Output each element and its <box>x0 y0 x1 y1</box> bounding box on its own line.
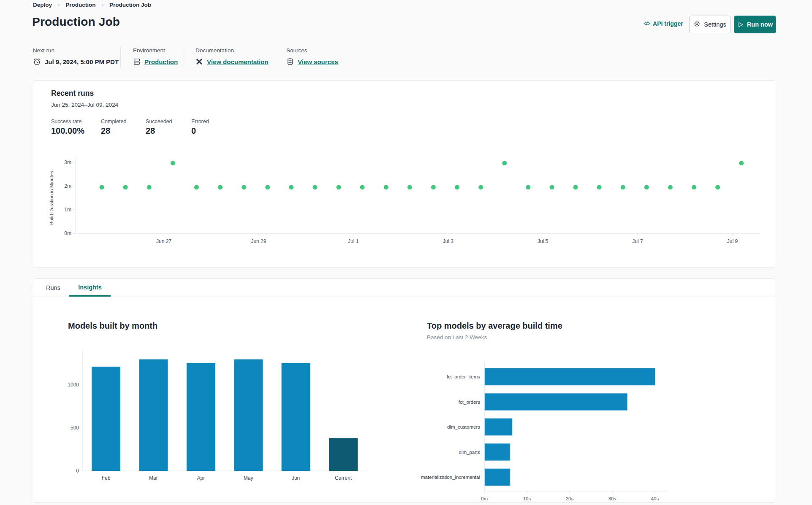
run-point[interactable] <box>360 185 365 189</box>
run-point[interactable] <box>621 185 625 189</box>
documentation-label: Documentation <box>196 47 269 54</box>
environment-section: Environment Production <box>133 47 178 65</box>
run-point[interactable] <box>407 185 412 189</box>
run-point[interactable] <box>692 185 696 189</box>
run-point[interactable] <box>147 185 152 189</box>
x-tick-label: 10s <box>523 496 531 501</box>
settings-button[interactable]: Settings <box>689 16 731 33</box>
bar-jun[interactable] <box>282 363 310 471</box>
bar-label: dim_customers <box>447 424 480 429</box>
bar-label: materialization_incremental <box>421 475 480 480</box>
run-point[interactable] <box>242 185 246 189</box>
run-point[interactable] <box>668 185 673 189</box>
environment-label: Environment <box>133 47 178 54</box>
view-documentation-link[interactable]: View documentation <box>207 58 269 65</box>
y-tick-label: 1000 <box>68 382 79 388</box>
run-point[interactable] <box>597 185 602 189</box>
bar-fct_order_items[interactable] <box>485 368 655 386</box>
recent-runs-card: Recent runs Jun 25, 2024–Jul 09, 2024 Su… <box>33 80 775 268</box>
run-point[interactable] <box>431 185 436 189</box>
run-point[interactable] <box>218 185 223 189</box>
stat-label: Completed <box>101 119 126 124</box>
bar-current[interactable] <box>329 438 358 471</box>
sources-section: Sources View sources <box>286 47 338 65</box>
run-point[interactable] <box>549 185 554 189</box>
stat-completed: Completed 28 <box>101 119 126 136</box>
bar-fct_orders[interactable] <box>485 393 627 410</box>
view-sources-link[interactable]: View sources <box>298 58 338 65</box>
y-tick-label: 1m <box>64 207 71 213</box>
run-point[interactable] <box>455 185 459 189</box>
models-by-month-chart: 05001000FebMarAprMayJunCurrent <box>33 346 405 494</box>
chevron-right-icon: › <box>102 2 103 8</box>
divider <box>278 47 278 68</box>
run-point[interactable] <box>502 161 507 165</box>
run-point[interactable] <box>265 185 270 189</box>
divider <box>120 47 121 68</box>
recent-runs-title: Recent runs <box>51 89 94 98</box>
top-models-title: Top models by average build time <box>427 321 562 331</box>
api-trigger-link[interactable]: </> API trigger <box>644 20 683 27</box>
x-category-label: Current <box>335 475 352 481</box>
bar-may[interactable] <box>234 359 263 471</box>
play-icon <box>737 22 744 28</box>
stat-errored: Errored 0 <box>191 119 209 136</box>
run-point[interactable] <box>123 185 128 189</box>
run-point[interactable] <box>100 185 104 189</box>
run-point[interactable] <box>573 185 578 189</box>
database-icon <box>286 58 294 65</box>
run-point[interactable] <box>384 185 388 189</box>
run-point[interactable] <box>171 161 175 165</box>
insights-card: Runs Insights Models built by month 0500… <box>33 278 775 503</box>
tab-runs[interactable]: Runs <box>42 279 65 297</box>
code-icon: </> <box>644 21 650 27</box>
sources-label: Sources <box>286 47 338 54</box>
run-point[interactable] <box>289 185 293 189</box>
recent-runs-date-range: Jun 25, 2024–Jul 09, 2024 <box>51 102 118 108</box>
x-tick-label: 30s <box>608 496 616 501</box>
run-point[interactable] <box>337 185 341 189</box>
top-models-subtitle: Based on Last 2 Weeks <box>427 334 487 340</box>
run-now-button[interactable]: Run now <box>734 16 776 33</box>
run-point[interactable] <box>312 185 317 189</box>
divider <box>185 47 185 68</box>
alarm-clock-icon <box>33 58 41 66</box>
breadcrumb-deploy[interactable]: Deploy <box>33 2 52 8</box>
breadcrumb: Deploy › Production › Production Job <box>33 2 151 8</box>
x-category-label: Mar <box>149 475 158 481</box>
bar-label: fct_orders <box>459 400 480 405</box>
api-trigger-label: API trigger <box>653 20 683 27</box>
run-point[interactable] <box>715 185 720 189</box>
next-run-section: Next run Jul 9, 2024, 5:00 PM PDT <box>33 47 119 66</box>
x-tick-label: Jul 3 <box>443 238 454 244</box>
bar-mar[interactable] <box>139 359 168 471</box>
stat-value: 0 <box>191 126 209 136</box>
stat-label: Succeeded <box>146 119 172 124</box>
environment-link[interactable]: Production <box>144 58 178 65</box>
bar-materialization_incremental[interactable] <box>485 469 511 486</box>
x-tick-label: Jun 27 <box>156 238 171 244</box>
run-point[interactable] <box>739 161 744 165</box>
bar-feb[interactable] <box>92 367 120 471</box>
stat-value: 28 <box>101 126 126 136</box>
x-tick-label: 0m <box>481 496 488 501</box>
stat-succeeded: Succeeded 28 <box>146 119 172 136</box>
run-point[interactable] <box>194 185 199 189</box>
documentation-section: Documentation View documentation <box>196 47 269 65</box>
stat-label: Success rate <box>51 119 84 124</box>
bar-apr[interactable] <box>187 363 215 471</box>
stat-label: Errored <box>191 119 209 124</box>
stat-success-rate: Success rate 100.00% <box>51 119 84 136</box>
run-point[interactable] <box>526 185 530 189</box>
environment-server-icon <box>133 58 141 65</box>
bar-label: fct_order_items <box>447 374 481 379</box>
gear-icon <box>693 20 701 29</box>
bar-dim_customers[interactable] <box>485 419 513 436</box>
run-point[interactable] <box>478 185 483 189</box>
tab-insights[interactable]: Insights <box>69 279 111 297</box>
x-tick-label: Jun 29 <box>251 238 266 244</box>
bar-dim_parts[interactable] <box>485 443 511 461</box>
run-point[interactable] <box>644 185 649 189</box>
breadcrumb-production[interactable]: Production <box>65 2 95 8</box>
bar-label: dim_parts <box>459 450 481 455</box>
